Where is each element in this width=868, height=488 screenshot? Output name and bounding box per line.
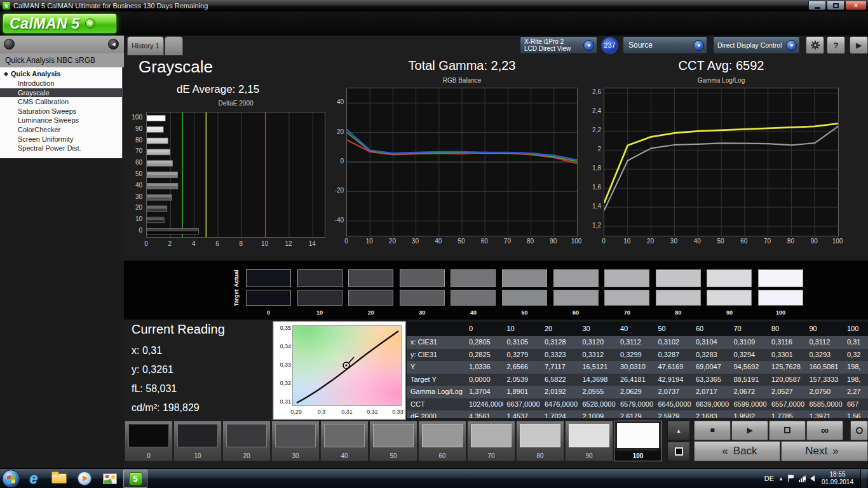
current-reading-panel: Current Reading x: 0,31y: 0,3261fL: 58,0…: [132, 322, 225, 421]
axis-tick: 0: [598, 238, 609, 245]
start-button[interactable]: [2, 470, 20, 488]
patch-button-40[interactable]: 40: [320, 421, 369, 461]
patch-label: 20: [223, 452, 270, 459]
patch-button-30[interactable]: 30: [271, 421, 320, 461]
patch-button-20[interactable]: 20: [222, 421, 271, 461]
patch-button-100[interactable]: 100: [614, 421, 662, 461]
sidebar-item-luminance-sweeps[interactable]: Luminance Sweeps: [0, 116, 122, 125]
sidebar-item-colorchecker[interactable]: ColorChecker: [0, 125, 122, 135]
volume-button[interactable]: [810, 475, 815, 482]
patch-list-button[interactable]: ▲: [667, 421, 690, 440]
tree-root-quick-analysis[interactable]: Quick Analysis: [0, 69, 122, 79]
column-header: 40: [616, 322, 654, 336]
table-cell: 6528,0000: [579, 398, 617, 411]
axis-tick: -40: [329, 217, 344, 224]
app-icon: 5: [3, 2, 10, 10]
table-cell: 0,0000: [465, 374, 503, 386]
patch-button-50[interactable]: 50: [369, 421, 417, 461]
table-cell: 47,6169: [654, 361, 693, 374]
taskbar-item-paint[interactable]: [98, 470, 122, 488]
taskbar-item-media-player[interactable]: [72, 470, 97, 488]
table-cell: 30,0310: [616, 361, 654, 374]
action-center-button[interactable]: [788, 475, 794, 482]
actual-swatch-20: [348, 269, 393, 287]
sidebar-item-grayscale[interactable]: Grayscale: [0, 88, 122, 98]
source-dropdown[interactable]: Source: [623, 36, 707, 54]
column-header: 80: [768, 322, 806, 336]
sidebar-item-spectral-power-dist-[interactable]: Spectral Power Dist.: [0, 144, 122, 153]
row-label: y: CIE31: [407, 349, 465, 362]
patch-button-10[interactable]: 10: [173, 421, 222, 461]
display-control-dropdown[interactable]: Direct Display Control: [713, 36, 800, 54]
tree-node-icon: [4, 72, 8, 76]
patch-button-0[interactable]: 0: [125, 421, 173, 461]
language-indicator[interactable]: DE: [764, 475, 774, 482]
read-series-button[interactable]: ∞: [806, 421, 843, 440]
table-cell: 2,0750: [806, 386, 844, 398]
target-swatch-70: [604, 290, 649, 306]
table-cell: 2,0555: [579, 386, 617, 398]
brand-band: CalMAN 5: [0, 11, 868, 36]
cie-axis-tick: 0,33: [275, 362, 291, 368]
minimize-button[interactable]: [808, 1, 826, 10]
patch-button-80[interactable]: 80: [516, 421, 564, 461]
calman-app-icon: 5: [129, 472, 142, 485]
new-tab-stub[interactable]: [165, 36, 183, 55]
meter-dropdown[interactable]: X-Rite i1Pro 2 LCD Direct View: [520, 36, 597, 54]
sidebar-item-screen-uniformity[interactable]: Screen Uniformity: [0, 135, 122, 144]
close-icon: ×: [854, 2, 858, 9]
circle-icon: [856, 427, 863, 434]
close-button[interactable]: ×: [845, 1, 867, 10]
table-cell: 6639,0000: [692, 398, 730, 411]
panel-expand-button[interactable]: ▶: [850, 36, 868, 54]
show-desktop-button[interactable]: [860, 469, 867, 488]
sidebar-toolbar: ◀: [0, 36, 124, 53]
patch-face: [226, 424, 267, 447]
target-swatch-80: [656, 290, 701, 306]
taskbar-item-internet-explorer[interactable]: e: [22, 470, 46, 488]
taskbar-item-explorer[interactable]: [47, 470, 71, 488]
table-cell: 1,3704: [465, 386, 503, 398]
table-cell: 0,3299: [616, 349, 654, 362]
sidebar-collapse-button[interactable]: ◀: [108, 39, 119, 50]
table-cell: 2,0672: [730, 386, 768, 398]
play-icon: ▶: [747, 426, 752, 435]
workflow-options-button[interactable]: [4, 39, 15, 50]
patch-button-60[interactable]: 60: [418, 421, 466, 461]
table-cell: 160,5081: [806, 361, 844, 374]
maximize-button[interactable]: [827, 1, 844, 10]
patch-window-button[interactable]: [667, 442, 690, 461]
sidebar-item-introduction[interactable]: Introduction: [0, 79, 122, 88]
meter-dropdown-chevron[interactable]: [583, 40, 594, 51]
row-label: x: CIE31: [407, 336, 465, 349]
back-button[interactable]: «Back: [694, 441, 780, 461]
logo-menu-button[interactable]: [85, 18, 95, 29]
display-dropdown-chevron[interactable]: [786, 40, 797, 51]
stop-button[interactable]: ■: [694, 421, 731, 440]
patch-button-90[interactable]: 90: [565, 421, 613, 461]
target-swatch-100: [758, 290, 803, 306]
axis-tick: 1,8: [586, 165, 601, 172]
table-cell: 94,5692: [730, 361, 768, 374]
sidebar-item-saturation-sweeps[interactable]: Saturation Sweeps: [0, 107, 122, 116]
read-continuous-button[interactable]: ▶: [731, 421, 768, 440]
maximize-icon: [833, 3, 839, 8]
table-cell: 0,3112: [616, 336, 654, 349]
settings-button[interactable]: [806, 36, 824, 54]
cie-axis-tick: 0,31: [275, 398, 291, 405]
internet-explorer-icon: e: [30, 470, 38, 487]
total-gamma-readout: Total Gamma: 2,23: [346, 58, 578, 73]
patch-button-70[interactable]: 70: [467, 421, 515, 461]
help-button[interactable]: ?: [827, 36, 845, 54]
patch-face: [471, 424, 512, 447]
next-button[interactable]: Next»: [781, 441, 868, 461]
sidebar-item-cms-calibration[interactable]: CMS Calibration: [0, 97, 122, 107]
axis-tick: 60: [738, 238, 750, 245]
source-dropdown-chevron[interactable]: [693, 40, 704, 51]
tab-history-1[interactable]: History 1: [127, 36, 164, 55]
autocal-button[interactable]: [850, 421, 868, 440]
taskbar-item-calman[interactable]: 5: [123, 470, 147, 488]
read-single-button[interactable]: [769, 421, 806, 440]
clock[interactable]: 18:55 01.09.2014: [822, 471, 853, 486]
tray-expand-button[interactable]: ▲: [778, 476, 783, 482]
